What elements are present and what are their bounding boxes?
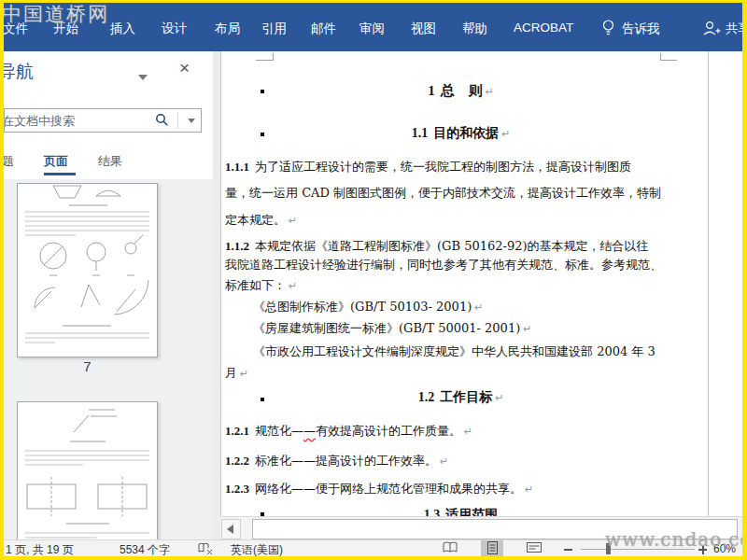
tell-me-button[interactable]: 告诉我 [622, 21, 660, 37]
pane-close-icon[interactable]: × [179, 58, 190, 78]
heading-text: 工作目标 [440, 389, 492, 404]
web-layout-icon [527, 541, 542, 553]
navigation-pane: 导航 × 在文档中搜索 标题 页面 结果 [4, 51, 213, 539]
clause-number: 1.1.2 [225, 239, 249, 253]
doc-line: 1.2.2标准化——提高设计的工作效率。↵ [225, 453, 697, 469]
doc-line: 月↵ [225, 365, 697, 382]
paragraph-mark: ↵ [464, 426, 472, 438]
scroll-left-button[interactable] [221, 519, 241, 539]
read-mode-button[interactable] [439, 540, 461, 557]
page-right-edge [708, 51, 709, 516]
tab-mailings[interactable]: 邮件 [311, 21, 336, 37]
paragraph-mark: ↵ [523, 323, 531, 335]
nav-tab-active-underline [44, 173, 76, 175]
doc-line: 定本规定。↵ [225, 212, 697, 229]
read-mode-icon [443, 541, 458, 553]
body-text: 《房屋建筑制图统一标准》(GB/T 50001- 2001) [253, 321, 520, 335]
page-thumbnail-8[interactable] [17, 401, 158, 539]
search-options-chevron-down-icon[interactable] [188, 119, 195, 123]
doc-line: 标准如下：↵ [225, 277, 697, 294]
paragraph-mark: ↵ [289, 215, 297, 227]
search-divider [177, 112, 178, 129]
page-thumbnail-7[interactable] [17, 183, 158, 357]
pane-options-chevron-down-icon[interactable] [138, 75, 148, 80]
doc-heading-1-2: 1.2工作目标↵ [225, 389, 697, 406]
frame-border-top [0, 0, 747, 3]
paragraph-mark: ↵ [525, 483, 533, 496]
heading-number: 1 [428, 83, 435, 98]
doc-line: 1.1.2本规定依据《道路工程制图标准》(GB 50162-92)的基本规定，结… [225, 238, 697, 255]
lightbulb-icon [600, 19, 616, 40]
heading-text: 目的和依据 [433, 125, 499, 140]
body-text: 为了适应工程设计的需要，统一我院工程的制图方法，提高设计制图质 [255, 160, 631, 174]
doc-heading-1: 1总 则↵ [225, 82, 697, 100]
paragraph-mark: ↵ [495, 392, 503, 404]
body-text: 我院道路工程设计经验进行编制，同时也参考了其他有关规范、标准。参考规范、 [225, 258, 662, 272]
doc-reference-line: 《总图制作标准》(GB/T 50103- 2001)↵ [253, 299, 725, 315]
body-text: 本规定依据《道路工程制图标准》(GB 50162-92)的基本规定，结合以往 [255, 239, 649, 253]
doc-reference-line: 《市政公用工程设计文件编制深度规定》中华人民共和国建设部 2004 年 3 [253, 343, 725, 360]
tab-acrobat[interactable]: ACROBAT [514, 21, 573, 35]
search-icon[interactable] [155, 113, 169, 131]
nav-tab-pages[interactable]: 页面 [44, 153, 68, 170]
tab-review[interactable]: 审阅 [359, 21, 385, 37]
body-text: 标准化——提高设计的工作效率。 [255, 454, 437, 468]
document-search-input[interactable]: 在文档中搜索 [4, 108, 202, 133]
frame-border-left [0, 0, 4, 560]
clause-number: 1.2.1 [225, 424, 249, 438]
clause-number: 1.2.3 [225, 482, 249, 496]
spellcheck-squiggle-text: — [303, 424, 316, 438]
frame-border-right [742, 0, 747, 560]
navigation-pane-title: 导航 [0, 60, 34, 84]
word-window: 文件 开始 插入 设计 布局 引用 邮件 审阅 视图 帮助 ACROBAT 告诉… [0, 0, 747, 560]
document-page[interactable]: 1总 则↵ 1.1目的和依据↵ 1.1.1为了适应工程设计的需要，统一我院工程的… [220, 51, 743, 516]
body-text: 《市政公用工程设计文件编制深度规定》中华人民共和国建设部 2004 年 3 [253, 344, 655, 358]
tab-references[interactable]: 引用 [261, 21, 287, 37]
paragraph-mark: ↵ [501, 128, 510, 140]
proofing-icon[interactable] [198, 542, 213, 557]
doc-line: 我院道路工程设计经验进行编制，同时也参考了其他有关规范、标准。参考规范、 [225, 257, 697, 273]
tab-view[interactable]: 视图 [411, 21, 436, 37]
body-text: 定本规定。 [225, 213, 286, 227]
crop-mark [273, 53, 274, 61]
doc-heading-1-1: 1.1目的和依据↵ [225, 125, 697, 142]
web-layout-button[interactable] [523, 540, 545, 557]
paragraph-mark: ↵ [440, 455, 448, 468]
body-text: 量，统一运用 CAD 制图图式图例，便于内部技术交流，提高设计工作效率，特制 [225, 186, 661, 200]
body-text: 《总图制作标准》(GB/T 50103- 2001) [253, 300, 472, 314]
nav-tab-results[interactable]: 结果 [98, 153, 122, 170]
scrollbar-left-arrow-icon [227, 525, 233, 534]
print-layout-button[interactable] [481, 540, 503, 557]
tab-design[interactable]: 设计 [162, 21, 187, 37]
tab-layout[interactable]: 布局 [215, 21, 240, 37]
doc-line: 1.1.1为了适应工程设计的需要，统一我院工程的制图方法，提高设计制图质 [225, 159, 697, 175]
clause-number: 1.1.1 [225, 160, 249, 174]
page-thumbnails-panel: 7 [4, 179, 213, 539]
body-text: 月 [225, 366, 237, 380]
paragraph-mark: ↵ [240, 368, 248, 380]
share-person-icon [702, 20, 721, 40]
doc-line: 量，统一运用 CAD 制图图式图例，便于内部技术交流，提高设计工作效率，特制 [225, 185, 697, 202]
body-text: 网络化——便于网络上规范化管理和成果的共享。 [255, 482, 522, 496]
paragraph-mark: ↵ [474, 301, 483, 314]
paragraph-mark: ↵ [486, 86, 494, 98]
search-placeholder: 在文档中搜索 [4, 113, 75, 130]
doc-line: 1.2.1规范化——有效提高设计的工作质量。↵ [225, 423, 697, 440]
ribbon-tab-bar: 文件 开始 插入 设计 布局 引用 邮件 审阅 视图 帮助 ACROBAT 告诉… [0, 3, 747, 51]
doc-reference-line: 《房屋建筑制图统一标准》(GB/T 50001- 2001)↵ [253, 320, 725, 337]
doc-line: 1.2.3网络化——便于网络上规范化管理和成果的共享。↵ [225, 481, 697, 497]
heading-number: 1.1 [412, 126, 429, 140]
zoom-out-icon[interactable] [564, 549, 572, 551]
tab-insert[interactable]: 插入 [110, 21, 135, 37]
body-text: 规范化— [255, 424, 303, 438]
heading-text: 总 则 [441, 82, 483, 99]
tab-help[interactable]: 帮助 [462, 21, 487, 37]
crop-mark [660, 53, 661, 61]
site-watermark-top: 中国道桥网 [2, 1, 109, 27]
heading-number: 1.2 [418, 390, 435, 404]
body-text: 标准如下： [225, 278, 286, 292]
clause-number: 1.2.2 [225, 454, 249, 468]
thumbnail-page-number: 7 [4, 358, 171, 374]
body-text: 有效提高设计的工作质量。 [316, 424, 461, 438]
print-layout-icon [486, 541, 499, 554]
